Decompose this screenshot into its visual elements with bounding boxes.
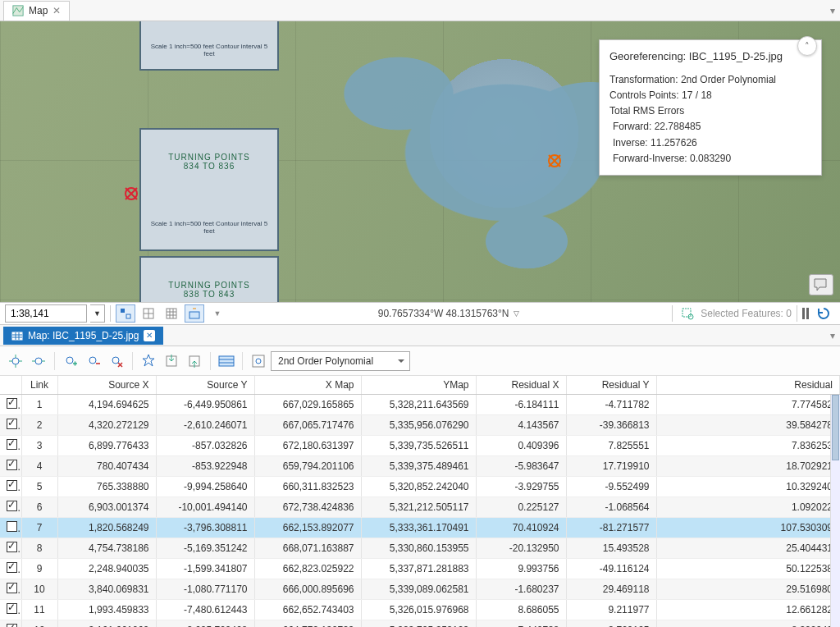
tab-overflow-icon[interactable]: ▾ [830,330,835,341]
svg-rect-8 [682,309,691,317]
import-control-points-button[interactable] [161,350,182,372]
cell-source-x: 780.407434 [57,456,156,477]
georeferencing-info-panel: Georeferencing: IBC_1195_D-25.jpg Transf… [599,39,822,176]
chevron-down-icon: ▼ [214,309,221,318]
col-header-x-map[interactable]: X Map [254,376,361,395]
table-row[interactable]: 103,840.069831-1,080.771170666,000.89569… [0,579,840,600]
tab-overflow-icon[interactable]: ▾ [830,5,835,16]
row-checkbox[interactable] [7,542,17,552]
col-header-residual-y[interactable]: Residual Y [566,376,656,395]
row-checkbox[interactable] [7,419,17,429]
col-header-source-x[interactable]: Source X [57,376,156,395]
tab-map[interactable]: Map ✕ [3,1,70,21]
add-control-points-alt-button[interactable] [28,350,49,372]
row-checkbox[interactable] [7,480,17,491]
scale-dropdown-button[interactable]: ▼ [90,304,105,323]
view-options-dropdown[interactable]: ▼ [208,304,227,323]
table-row[interactable]: 24,320.272129-2,610.246071667,065.717476… [0,415,840,436]
cell-y-map: 5,339,375.489461 [361,456,476,477]
cp-add-button[interactable] [60,350,81,372]
separator [110,305,111,322]
table-row[interactable]: 14,194.694625-6,449.950861667,029.165865… [0,395,840,415]
row-checkbox[interactable] [7,562,17,573]
scale-input[interactable] [5,304,87,323]
cell-source-x: 1,993.459833 [57,600,156,620]
cell-link: 3 [21,436,57,456]
cell-link: 5 [21,477,57,497]
table-row[interactable]: 4780.407434-853.922948659,794.2011065,33… [0,456,840,477]
select-all-button[interactable] [216,350,237,372]
dynamic-constraints-toggle[interactable] [185,304,204,323]
table-row[interactable]: 36,899.776433-857.032826672,180.6313975,… [0,436,840,456]
cell-link: 8 [21,538,57,559]
map-view[interactable]: Scale 1 inch=500 feet Contour interval 5… [0,21,840,302]
table-row[interactable]: 123,161.661062-3,695.702408664,773.13073… [0,620,840,628]
col-header-check[interactable] [0,376,21,395]
grid-toggle[interactable] [139,304,158,323]
coordinate-format-dropdown[interactable]: ▽ [514,309,519,318]
col-header-y-map[interactable]: YMap [361,376,476,395]
refresh-button[interactable] [812,304,835,323]
table-tab[interactable]: Map: IBC_1195_D-25.jpg ✕ [3,327,163,345]
close-icon[interactable]: ✕ [144,330,155,341]
transformation-select[interactable]: 2nd Order Polynomial [271,351,410,371]
cell-y-map: 5,328,211.643569 [361,395,476,415]
col-header-residual-x[interactable]: Residual X [476,376,566,395]
table-row[interactable]: 5765.338880-9,994.258640660,311.8325235,… [0,477,840,497]
map-inset-legend-top: Scale 1 inch=500 feet Contour interval 5… [139,21,279,71]
row-checkbox[interactable] [7,460,17,470]
georef-transformation: Transformation: 2nd Order Polynomial [609,72,811,88]
table-row[interactable]: 111,993.459833-7,480.612443662,652.74340… [0,600,840,620]
control-point-marker[interactable] [546,153,563,169]
tab-close-icon[interactable]: ✕ [52,5,61,16]
row-checkbox[interactable] [7,603,17,614]
table-row[interactable]: 92,248.940035-1,599.341807662,823.025922… [0,559,840,579]
cell-source-x: 2,248.940035 [57,559,156,579]
row-checkbox[interactable] [7,521,17,532]
table-tab-bar: Map: IBC_1195_D-25.jpg ✕ ▾ [0,325,840,346]
control-point-marker[interactable] [123,185,139,202]
table-row[interactable]: 71,820.568249-3,796.308811662,153.892077… [0,518,840,538]
cell-residual-y: -1.068564 [566,497,656,518]
callout-icon[interactable] [809,274,833,295]
grid2-toggle[interactable] [162,304,181,323]
col-header-link[interactable]: Link [21,376,57,395]
row-checkbox[interactable] [7,398,17,409]
georef-title: Georeferencing: IBC_1195_D-25.jpg [609,48,811,66]
zoom-to-button[interactable] [248,350,269,372]
table-row[interactable]: 84,754.738186-5,169.351242668,071.163887… [0,538,840,559]
auto-georeference-button[interactable] [138,350,159,372]
svg-point-20 [256,359,261,364]
cell-residual: 107.530309 [656,518,840,538]
pause-drawing-button[interactable] [802,308,809,319]
svg-point-11 [12,358,19,364]
control-points-toolbar: 2nd Order Polynomial [0,346,840,376]
table-row[interactable]: 66,903.001374-10,001.494140672,738.42483… [0,497,840,518]
cp-delete-button[interactable] [106,350,127,372]
scrollbar-thumb[interactable] [832,395,839,460]
cell-x-map: 662,153.892077 [254,518,361,538]
panel-collapse-button[interactable]: ˄ [797,36,817,56]
add-control-points-button[interactable] [5,350,26,372]
cell-residual-y: -3.729195 [566,620,656,628]
cell-y-map: 5,333,361.170491 [361,518,476,538]
row-checkbox[interactable] [7,439,17,450]
row-checkbox[interactable] [7,501,17,511]
vertical-scrollbar[interactable] [830,395,840,627]
georef-control-points: Controls Points: 17 / 18 [609,88,811,103]
col-header-residual[interactable]: Residual [656,376,840,395]
cp-remove-button[interactable] [83,350,104,372]
row-checkbox[interactable] [7,583,17,593]
cell-residual-x: 4.143567 [476,415,566,436]
export-control-points-button[interactable] [184,350,205,372]
cell-x-map: 659,794.201106 [254,456,361,477]
snapping-toggle[interactable] [116,304,135,323]
cell-source-y: -1,080.771170 [156,579,254,600]
cell-y-map: 5,337,871.281883 [361,559,476,579]
cell-source-y: -5,169.351242 [156,538,254,559]
georef-forward-inverse: Forward-Inverse: 0.083290 [609,151,811,167]
col-header-source-y[interactable]: Source Y [156,376,254,395]
row-checkbox[interactable] [7,624,17,627]
cell-link: 7 [21,518,57,538]
cell-residual-y: -39.366813 [566,415,656,436]
